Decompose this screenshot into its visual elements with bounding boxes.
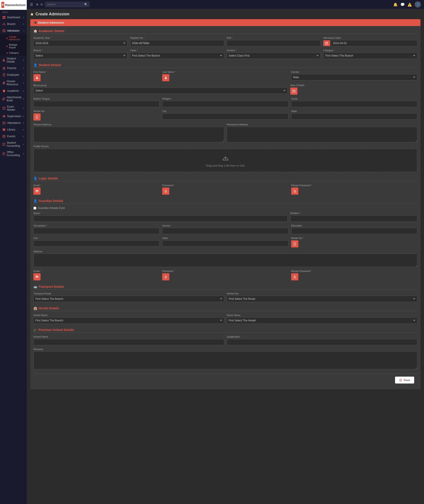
- sidebar-item-human-resource[interactable]: Human Resource +: [0, 78, 27, 87]
- card-header-text: 🎓 Student Admission: [33, 21, 64, 24]
- list-view-icon[interactable]: ⊟: [41, 3, 43, 6]
- user-avatar[interactable]: 👤: [415, 1, 421, 8]
- sidebar-item-dashboard[interactable]: Dashboard +: [0, 14, 27, 21]
- guardian-mobile-btn[interactable]: [291, 240, 298, 247]
- search-icon: 🔍: [84, 3, 87, 6]
- login-retype-password-btn[interactable]: [291, 188, 298, 195]
- guardian-relation-input[interactable]: [290, 215, 417, 221]
- remarks-textarea[interactable]: [33, 351, 417, 369]
- search-bar[interactable]: 🔍: [45, 2, 90, 7]
- sidebar-subitem-multiple-import[interactable]: Multiple Import: [0, 42, 27, 50]
- guardian-details-section: 👤 Guardian Details Guardian Already Exis…: [33, 199, 417, 280]
- dob-calendar-btn[interactable]: [290, 87, 297, 95]
- messages-icon[interactable]: 💬: [400, 2, 405, 7]
- hostel-name-select[interactable]: First Select The Branch: [33, 317, 224, 324]
- vehicle-no-group: Vehicle No First Select The Route: [227, 292, 418, 302]
- register-no-input[interactable]: [130, 40, 224, 46]
- guardian-state-input[interactable]: [162, 240, 288, 246]
- prev-school-row-2: Remarks: [33, 348, 417, 369]
- guardian-email-btn[interactable]: [33, 273, 41, 280]
- hamburger-button[interactable]: ☰: [30, 2, 33, 7]
- blood-group-select[interactable]: Select: [33, 87, 288, 94]
- admission-date-input[interactable]: [331, 40, 417, 46]
- transport-icon-header: 🚌: [33, 285, 37, 289]
- sidebar-item-events[interactable]: Events +: [0, 133, 27, 140]
- permanent-address-textarea[interactable]: [227, 127, 418, 142]
- sidebar-label-exam-master: Exam Master: [7, 105, 23, 111]
- guardian-retype-password-btn[interactable]: [291, 273, 298, 280]
- grid-view-icon[interactable]: ⊞: [36, 3, 38, 6]
- guardian-row-5: Email * Password *: [33, 270, 417, 280]
- sidebar-label-human-resource: Human Resource: [7, 80, 23, 86]
- login-email-btn[interactable]: [33, 188, 41, 195]
- caste-input[interactable]: [291, 101, 417, 107]
- sidebar-item-office-accounting[interactable]: Office Accounting +: [0, 149, 27, 158]
- sidebar-item-academic[interactable]: Academic +: [0, 87, 27, 94]
- sidebar-subitem-create-admission[interactable]: Create Admission: [0, 34, 27, 42]
- save-button-label: Save: [404, 378, 410, 382]
- sidebar-item-student-details[interactable]: Student Details +: [0, 55, 27, 65]
- category-select[interactable]: First Select The Branch: [323, 53, 417, 59]
- state-group: State: [291, 110, 417, 121]
- student-details-section: 👤 Student Details First Name *: [33, 63, 417, 172]
- sidebar-subitem-category[interactable]: Category: [0, 50, 27, 55]
- academic-year-select[interactable]: 2018-2019: [33, 40, 127, 46]
- first-name-icon-btn[interactable]: [33, 74, 41, 81]
- guardian-income-input[interactable]: [162, 228, 288, 234]
- sidebar-item-employee[interactable]: Employee +: [0, 72, 27, 78]
- school-name-input[interactable]: [33, 339, 224, 345]
- svg-rect-0: [3, 16, 4, 17]
- guardian-retype-password-label: Retype Password *: [291, 270, 417, 272]
- sidebar-item-attachments-book[interactable]: Attachments Book +: [0, 94, 27, 104]
- guardian-education-label: Education: [291, 224, 417, 227]
- attendance-icon: [2, 121, 6, 125]
- guardian-password-btn[interactable]: [162, 273, 169, 280]
- guardian-name-input[interactable]: [33, 215, 288, 221]
- roll-input[interactable]: [227, 40, 321, 46]
- qualification-label: Qualification: [227, 335, 418, 338]
- last-name-icon-btn[interactable]: [162, 74, 169, 81]
- state-input[interactable]: [291, 113, 417, 120]
- save-button[interactable]: Save: [395, 377, 414, 383]
- sidebar-item-parents[interactable]: Parents +: [0, 65, 27, 72]
- guardian-occupation-input[interactable]: [33, 228, 160, 234]
- login-password-btn[interactable]: [162, 188, 169, 195]
- notifications-icon[interactable]: 🔔: [393, 2, 398, 7]
- svg-point-11: [4, 67, 5, 68]
- sidebar-item-supervision[interactable]: Supervision +: [0, 113, 27, 120]
- exam-icon: [2, 106, 6, 110]
- branch-select[interactable]: Select: [33, 53, 127, 59]
- admission-date-calendar-icon[interactable]: [323, 40, 330, 46]
- alerts-icon[interactable]: ⚠️: [407, 2, 412, 7]
- section-select[interactable]: Select Class First: [227, 53, 321, 59]
- guardian-exist-checkbox[interactable]: [33, 207, 36, 209]
- vehicle-no-select[interactable]: First Select The Route: [227, 296, 418, 302]
- sidebar-item-student-accounting[interactable]: Student Accounting +: [0, 140, 27, 149]
- guardian-address-textarea[interactable]: [33, 254, 417, 267]
- sidebar-item-exam-master[interactable]: Exam Master +: [0, 104, 27, 113]
- religion-input[interactable]: [162, 101, 288, 107]
- sidebar-item-attendance[interactable]: Attendance +: [0, 120, 27, 126]
- mobile-no-btn[interactable]: [33, 113, 41, 121]
- guardian-education-input[interactable]: [291, 228, 417, 234]
- class-select[interactable]: First Select The Branch: [130, 53, 224, 59]
- search-input[interactable]: [47, 3, 83, 6]
- present-address-textarea[interactable]: [33, 127, 224, 142]
- city-input[interactable]: [162, 113, 288, 120]
- city-group: City: [162, 110, 288, 121]
- svg-rect-17: [3, 129, 4, 131]
- room-name-select[interactable]: First Select The Hostel: [227, 317, 418, 324]
- transport-route-select[interactable]: First Select The Branch: [33, 296, 224, 302]
- mother-tongue-label: Mother Tongue: [33, 97, 160, 100]
- mother-tongue-input[interactable]: [33, 101, 160, 107]
- qualification-input[interactable]: [227, 339, 418, 345]
- sidebar-item-admission[interactable]: Admission −: [0, 27, 27, 34]
- guardian-city-input[interactable]: [33, 240, 160, 246]
- guardian-exist-label: Guardian Already Exist: [38, 206, 65, 209]
- gender-select[interactable]: Male: [291, 74, 417, 80]
- home-breadcrumb-icon[interactable]: 🏠: [30, 13, 34, 16]
- profile-picture-drop[interactable]: Drag and drop a file here or click: [33, 148, 417, 172]
- sidebar-item-library[interactable]: Library +: [0, 126, 27, 133]
- svg-rect-24: [325, 42, 328, 44]
- sidebar-item-branch[interactable]: Branch +: [0, 21, 27, 27]
